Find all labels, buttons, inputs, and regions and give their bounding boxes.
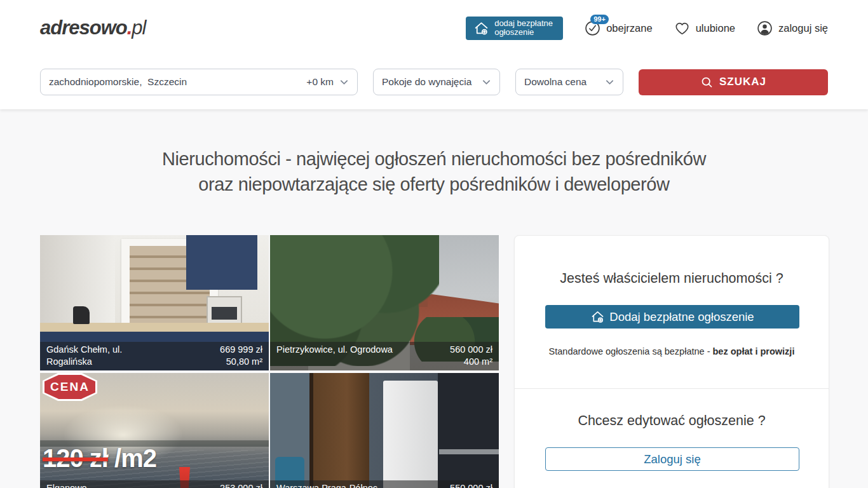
listing-caption: Pietrzykowice, ul. Ogrodowa 560 000 zł 4… (270, 342, 499, 370)
viewed-count-badge: 99+ (590, 15, 609, 24)
photo-oven-glass (212, 307, 237, 320)
owner-section: Jesteś właścicielem nieruchomości ? Doda… (515, 236, 829, 388)
photo-countertop (40, 323, 269, 332)
listing-price: 560 000 zł (450, 344, 492, 356)
edit-heading: Chcesz edytować ogłoszenie ? (545, 413, 798, 429)
property-type-select[interactable]: Pokoje do wynajęcia (373, 69, 500, 95)
house-plus-icon (590, 309, 605, 324)
add-listing-label: dodaj bezpłatne ogłoszenie (494, 19, 555, 37)
radius-select[interactable]: +0 km (306, 76, 349, 88)
photo-door (309, 373, 369, 488)
check-circle-icon: 99+ (585, 20, 600, 36)
logo[interactable]: adresowo.pl (40, 17, 146, 39)
page-title: Nieruchomości - najwięcej ogłoszeń nieru… (40, 146, 828, 197)
listing-price: 669 999 zł (220, 344, 262, 356)
logo-text-main: adresowo (40, 17, 127, 39)
photo-fridge (383, 381, 438, 488)
owner-sidebar: Jesteś właścicielem nieruchomości ? Doda… (514, 235, 829, 488)
chevron-down-icon (605, 78, 614, 87)
main-content: Gdańsk Chełm, ul. Rogalińska 669 999 zł … (40, 235, 828, 488)
search-button-label: SZUKAJ (719, 76, 766, 88)
page-title-line1: Nieruchomości - najwięcej ogłoszeń nieru… (162, 149, 706, 169)
login-button-label: Zaloguj się (644, 452, 700, 466)
struck-price-text: 120 zł (43, 444, 108, 472)
listing-caption: Elganowo 253 000 zł (40, 480, 269, 488)
price-unit-text: /m2 (108, 444, 156, 472)
sidebar-add-listing-button[interactable]: Dodaj bezpłatne ogłoszenie (545, 305, 799, 329)
top-bar: adresowo.pl dodaj bezpłatne ogłoszenie (40, 0, 828, 56)
radius-value: +0 km (306, 76, 334, 88)
location-input[interactable]: zachodniopomorskie, Szczecin +0 km (40, 69, 358, 95)
property-type-value: Pokoje do wynajęcia (382, 76, 471, 88)
price-badge-label: CENA (44, 375, 95, 399)
search-button[interactable]: SZUKAJ (639, 69, 828, 95)
user-circle-icon (757, 20, 773, 36)
photo-price-overlay: 120 zł /m2 (43, 444, 156, 473)
listing-caption: Warszawa Praga-Północ 550 000 zł (270, 480, 499, 488)
listing-location: Elganowo (46, 482, 170, 488)
listing-price-area: 253 000 zł (220, 482, 262, 488)
header: adresowo.pl dodaj bezpłatne ogłoszenie (0, 0, 868, 109)
listing-price-area: 669 999 zł 50,80 m² (220, 344, 262, 368)
login-label: zaloguj się (778, 22, 828, 34)
hero: Nieruchomości - najwięcej ogłoszeń nieru… (40, 146, 828, 197)
search-bar: zachodniopomorskie, Szczecin +0 km Pokoj… (40, 69, 828, 95)
nav-item-login[interactable]: zaloguj się (757, 20, 828, 36)
favorites-label: ulubione (696, 22, 735, 34)
price-select[interactable]: Dowolna cena (515, 69, 623, 95)
listing-price: 253 000 zł (220, 482, 262, 488)
chevron-down-icon (482, 78, 491, 87)
owner-note-prefix: Standardowe ogłoszenia są bezpłatne - (549, 346, 713, 356)
owner-note: Standardowe ogłoszenia są bezpłatne - be… (545, 346, 798, 356)
nav-item-viewed[interactable]: 99+ obejrzane (585, 20, 652, 36)
header-nav: dodaj bezpłatne ogłoszenie 99+ obejrzane (466, 17, 828, 40)
photo-cabinet (438, 373, 499, 488)
photo-cabinet (186, 235, 257, 290)
listing-area: 400 m² (450, 356, 492, 368)
photo-kettle (73, 306, 90, 324)
listing-price-area: 550 000 zł (450, 482, 492, 488)
listing-location: Pietrzykowice, ul. Ogrodowa (276, 344, 400, 368)
listings-grid: Gdańsk Chełm, ul. Rogalińska 669 999 zł … (40, 235, 499, 488)
location-value: zachodniopomorskie, Szczecin (49, 76, 187, 88)
listing-caption: Gdańsk Chełm, ul. Rogalińska 669 999 zł … (40, 342, 269, 370)
listing-card[interactable]: Gdańsk Chełm, ul. Rogalińska 669 999 zł … (40, 235, 269, 370)
heart-icon (674, 20, 690, 36)
owner-heading: Jesteś właścicielem nieruchomości ? (545, 271, 798, 287)
listing-location: Gdańsk Chełm, ul. Rogalińska (46, 344, 170, 368)
page: adresowo.pl dodaj bezpłatne ogłoszenie (0, 0, 868, 488)
listing-card[interactable]: Pietrzykowice, ul. Ogrodowa 560 000 zł 4… (270, 235, 499, 370)
listing-price-area: 560 000 zł 400 m² (450, 344, 492, 368)
sidebar-add-listing-label: Dodaj bezpłatne ogłoszenie (609, 310, 754, 324)
listing-price: 550 000 zł (450, 482, 492, 488)
photo-countertop (439, 449, 499, 454)
listing-area: 50,80 m² (220, 356, 262, 368)
edit-section: Chcesz edytować ogłoszenie ? Zaloguj się… (515, 388, 829, 488)
house-plus-icon (473, 20, 489, 36)
viewed-label: obejrzane (606, 22, 652, 34)
chevron-down-icon (339, 78, 349, 87)
add-listing-button[interactable]: dodaj bezpłatne ogłoszenie (466, 17, 563, 40)
search-icon (700, 76, 714, 89)
price-value: Dowolna cena (524, 76, 587, 88)
logo-text-suffix: pl (132, 17, 146, 39)
login-button[interactable]: Zaloguj się (545, 447, 799, 471)
price-badge-octagon: CENA (43, 373, 97, 401)
listing-photo-interior (270, 373, 499, 488)
page-title-line2: oraz niepowtarzające się oferty pośredni… (198, 174, 669, 194)
nav-item-favorites[interactable]: ulubione (674, 20, 735, 36)
listing-location: Warszawa Praga-Północ (276, 482, 400, 488)
listing-card[interactable]: CENA 120 zł /m2 Elganowo 253 000 zł (40, 373, 269, 488)
owner-note-bold: bez opłat i prowizji (713, 346, 795, 356)
listing-card[interactable]: Warszawa Praga-Północ 550 000 zł (270, 373, 499, 488)
